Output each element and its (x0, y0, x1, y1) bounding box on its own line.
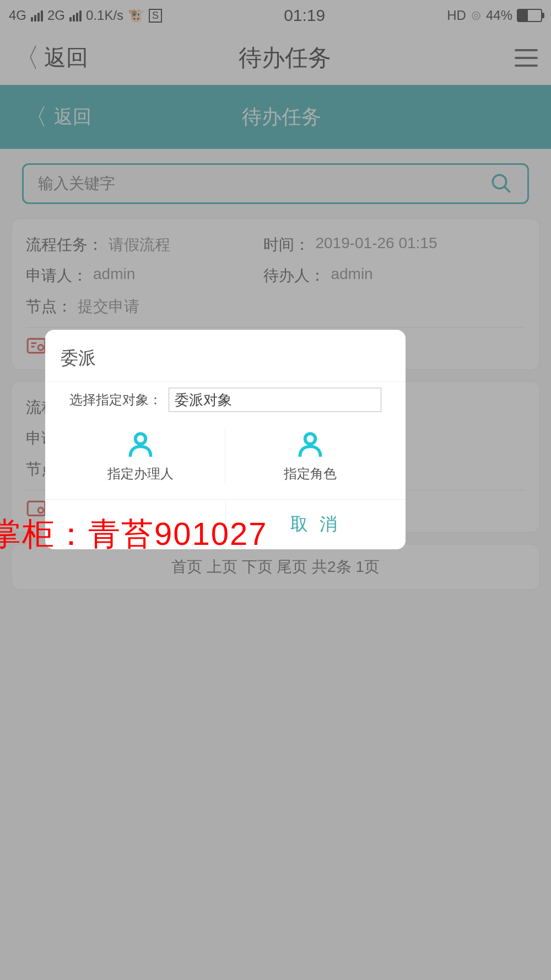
svg-point-8 (136, 433, 146, 444)
dialog-title: 委派 (45, 330, 406, 382)
cancel-label: 取 消 (290, 512, 341, 537)
person-icon (295, 429, 326, 459)
dialog-options: 指定办理人 指定角色 (45, 419, 406, 499)
option-label: 指定办理人 (107, 465, 174, 483)
delegate-target-input[interactable] (169, 388, 381, 412)
dialog-field: 选择指定对象： (45, 382, 406, 419)
svg-point-9 (305, 433, 315, 444)
option-role[interactable]: 指定角色 (225, 429, 395, 483)
option-assignee[interactable]: 指定办理人 (56, 429, 225, 483)
person-icon (125, 429, 156, 459)
option-label: 指定角色 (284, 465, 337, 483)
dialog-field-label: 选择指定对象： (69, 391, 162, 409)
watermark: 掌柜：青苔901027 (0, 513, 268, 556)
